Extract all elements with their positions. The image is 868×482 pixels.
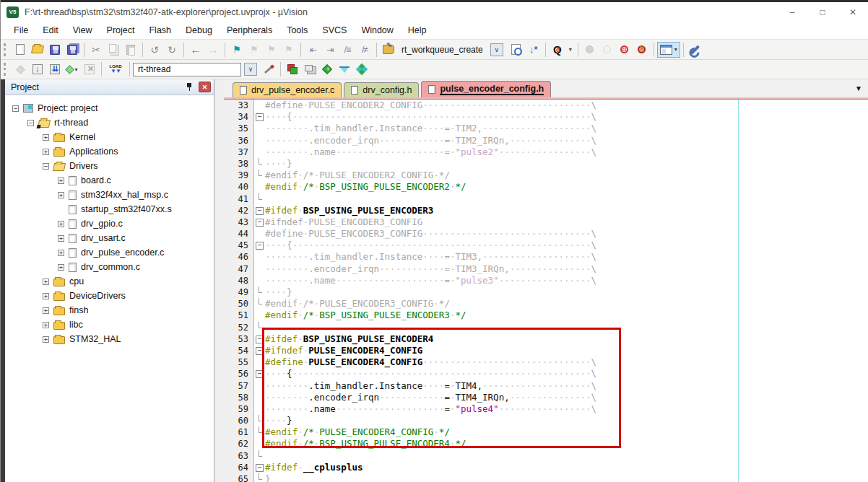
menu-item-peripherals[interactable]: Peripherals — [220, 23, 279, 38]
comment-selection-icon[interactable]: /≡ — [339, 42, 356, 58]
copy-icon[interactable] — [105, 42, 122, 58]
tree-expander-icon[interactable]: + — [43, 293, 49, 299]
configure-tools-icon[interactable] — [687, 42, 704, 58]
code-line-48[interactable]: 48········.name····················=·"pu… — [224, 275, 868, 286]
undo-icon[interactable]: ↺ — [146, 42, 163, 58]
fold-marker-icon[interactable] — [254, 111, 265, 123]
function-combo-value[interactable]: rt_workqueue_create — [397, 45, 487, 55]
clear-bookmarks-icon[interactable]: ⚑ — [280, 42, 298, 58]
menu-item-file[interactable]: File — [6, 23, 35, 38]
editor-tab-drv-pulse-encoder-c[interactable]: drv_pulse_encoder.c — [233, 82, 342, 97]
tree-item-board-c[interactable]: +board.c — [5, 173, 214, 188]
code-line-42[interactable]: 42#ifdef·BSP_USING_PULSE_ENCODER3 — [224, 205, 868, 216]
code-line-38[interactable]: 38····} — [224, 158, 868, 170]
code-line-65[interactable]: 65} — [224, 473, 868, 482]
close-icon[interactable]: ✕ — [838, 4, 868, 21]
code-line-44[interactable]: 44#define·PULSE_ENCODER3_CONFIG·········… — [224, 228, 868, 240]
download-icon[interactable]: LOAD▼▼ — [105, 61, 126, 77]
tree-expander-icon[interactable]: + — [58, 192, 64, 198]
editor-tab-pulse-encoder-config-h[interactable]: pulse_encoder_config.h — [421, 81, 551, 97]
tree-expander-icon[interactable]: + — [58, 221, 64, 227]
new-file-icon[interactable] — [12, 42, 29, 58]
build-icon[interactable] — [29, 61, 46, 77]
toolbar-grip[interactable] — [4, 63, 9, 76]
target-combo-dropdown-icon[interactable]: ∨ — [244, 63, 257, 76]
tree-expander-icon[interactable]: + — [58, 250, 64, 256]
find-in-files-icon[interactable] — [508, 42, 525, 58]
tree-item-drivers[interactable]: −Drivers — [5, 159, 214, 173]
tree-item-libc[interactable]: +libc — [5, 317, 214, 332]
unindent-icon[interactable]: ⇤ — [304, 42, 321, 58]
prev-bookmark-icon[interactable]: ⚑ — [246, 42, 263, 58]
code-line-51[interactable]: 51#endif·/*·BSP_USING_PULSE_ENCODER3·*/ — [224, 310, 868, 321]
debug-session-icon[interactable]: Qd — [549, 42, 566, 58]
code-line-41[interactable]: 41 — [224, 193, 868, 205]
code-line-39[interactable]: 39#endif·/*·PULSE_ENCODER2_CONFIG·*/ — [224, 170, 868, 181]
tree-item-stm32-hal[interactable]: +STM32_HAL — [5, 332, 214, 346]
code-editor[interactable]: 33#define·PULSE_ENCODER2_CONFIG·········… — [224, 100, 868, 482]
fold-marker-icon[interactable] — [254, 462, 265, 473]
tab-overflow-icon[interactable]: ▼ — [855, 84, 862, 92]
tree-expander-icon[interactable]: + — [43, 279, 49, 285]
tree-item-applications[interactable]: +Applications — [5, 144, 214, 159]
menu-item-flash[interactable]: Flash — [142, 23, 178, 38]
cut-icon[interactable]: ✂ — [87, 42, 105, 58]
tree-expander-icon[interactable]: + — [43, 149, 49, 155]
tree-item-finsh[interactable]: +finsh — [5, 303, 214, 317]
uncomment-selection-icon[interactable]: /≠ — [356, 42, 373, 58]
goto-definition-icon[interactable]: ↓* — [525, 42, 542, 58]
code-line-36[interactable]: 36········.encoder_irqn············=·TIM… — [224, 135, 868, 146]
code-line-50[interactable]: 50#endif·/*·PULSE_ENCODER3_CONFIG·*/ — [224, 298, 868, 310]
code-line-37[interactable]: 37········.name····················=·"pu… — [224, 146, 868, 158]
function-combo-dropdown-icon[interactable]: ∨ — [490, 43, 503, 56]
panel-splitter[interactable] — [214, 79, 224, 482]
panel-close-icon[interactable]: ✕ — [199, 82, 211, 92]
rebuild-icon[interactable] — [46, 61, 64, 77]
editor-tab-drv-config-h[interactable]: drv_config.h — [344, 82, 419, 97]
menu-item-edit[interactable]: Edit — [35, 23, 66, 38]
window-layout-button[interactable]: ▾ — [657, 42, 680, 58]
stop-build-icon[interactable] — [81, 61, 98, 77]
disable-all-breakpoints-icon[interactable] — [616, 42, 633, 58]
menu-item-window[interactable]: Window — [354, 23, 400, 38]
code-line-63[interactable]: 63 — [224, 450, 868, 462]
tree-expander-icon[interactable]: + — [58, 235, 64, 242]
open-file-icon[interactable] — [29, 42, 46, 58]
code-line-45[interactable]: 45····{·································… — [224, 240, 868, 251]
code-line-64[interactable]: 64#ifdef·__cplusplus — [224, 462, 868, 473]
debug-session-dropdown-icon[interactable]: ▾ — [566, 42, 575, 58]
maximize-icon[interactable]: □ — [807, 4, 838, 21]
code-line-47[interactable]: 47········.encoder_irqn············=·TIM… — [224, 263, 868, 275]
tree-expander-icon[interactable]: + — [43, 134, 49, 141]
code-line-43[interactable]: 43#ifndef·PULSE_ENCODER3_CONFIG — [224, 216, 868, 228]
tree-expander-icon[interactable]: − — [27, 120, 34, 126]
tree-item-cpu[interactable]: +cpu — [5, 274, 214, 289]
tree-item-rt-thread[interactable]: −rt-thread — [5, 115, 214, 130]
fold-marker-icon[interactable] — [254, 240, 265, 251]
navigate-forward-icon[interactable]: → — [204, 42, 222, 58]
tree-expander-icon[interactable]: + — [43, 336, 49, 343]
tree-item-project-project[interactable]: −Project: project — [5, 101, 214, 115]
target-combo[interactable]: rt-thread — [133, 63, 241, 76]
indent-icon[interactable]: ⇥ — [321, 42, 339, 58]
select-software-packs-icon[interactable] — [336, 61, 353, 77]
paste-icon[interactable] — [122, 42, 139, 58]
tree-expander-icon[interactable]: + — [43, 307, 49, 314]
code-line-35[interactable]: 35········.tim_handler.Instance····=·TIM… — [224, 123, 868, 134]
insert-breakpoint-icon[interactable] — [581, 42, 599, 58]
tree-item-startup-stm32f407xx-s[interactable]: startup_stm32f407xx.s — [5, 202, 214, 216]
tree-item-drv-usart-c[interactable]: +drv_usart.c — [5, 231, 214, 245]
insert-bookmark-icon[interactable]: ⚑ — [228, 42, 246, 58]
tree-item-kernel[interactable]: +Kernel — [5, 130, 214, 144]
pack-installer-icon[interactable] — [353, 61, 370, 77]
function-combo[interactable]: rt_workqueue_create ∨ — [397, 43, 503, 56]
menu-item-debug[interactable]: Debug — [178, 23, 220, 38]
menu-item-help[interactable]: Help — [401, 23, 434, 38]
tree-item-stm32f4xx-hal-msp-c[interactable]: +stm32f4xx_hal_msp.c — [5, 188, 214, 202]
fold-marker-icon[interactable] — [254, 205, 265, 216]
next-bookmark-icon[interactable]: ⚑ — [263, 42, 280, 58]
code-line-34[interactable]: 34····{·································… — [224, 111, 868, 123]
kill-all-breakpoints-icon[interactable] — [633, 42, 651, 58]
minimize-icon[interactable]: – — [777, 4, 807, 21]
save-all-icon[interactable] — [64, 42, 81, 58]
